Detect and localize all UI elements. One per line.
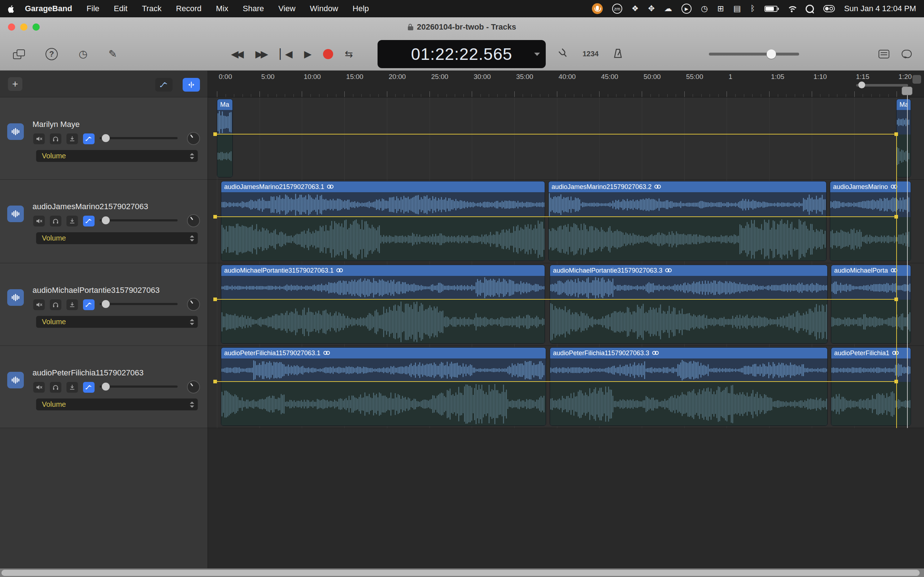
track-volume-slider[interactable] (100, 215, 178, 226)
track-icon[interactable] (7, 372, 24, 388)
automation-node[interactable] (213, 132, 217, 136)
track-lanes[interactable]: MariMaaudioJamesMarino21579027063.1audio… (208, 97, 924, 428)
quick-help-button[interactable]: ? (45, 48, 58, 60)
automation-boundary[interactable] (896, 134, 897, 428)
track-header[interactable]: audioMichaelPortantie31579027063Volume (0, 263, 208, 346)
automation-parameter-select[interactable]: Volume (36, 316, 198, 328)
audio-region[interactable]: audioPeterFilichia11579027063.3 (550, 347, 828, 426)
track-automation-button[interactable] (83, 299, 95, 310)
track-lane[interactable] (208, 97, 924, 180)
region-header[interactable]: audioPeterFilichia11579027063.1 (221, 348, 546, 358)
metronome-icon[interactable] (612, 48, 624, 60)
pan-knob[interactable] (187, 380, 200, 393)
quick-help-chat-icon[interactable] (901, 50, 912, 58)
ruler-corner-button[interactable] (913, 75, 921, 84)
volume-automation-line[interactable] (215, 381, 896, 382)
track-icon[interactable] (7, 206, 24, 222)
solo-button[interactable] (50, 216, 61, 226)
track-automation-button[interactable] (83, 382, 95, 393)
audio-region[interactable]: audioJamesMarino21579027063.2 (548, 181, 827, 261)
master-volume-slider[interactable] (709, 50, 799, 58)
menu-record[interactable]: Record (176, 4, 201, 13)
region-header[interactable]: audioMichaelPortantie31579027063.3 (550, 265, 827, 276)
volume-automation-line[interactable] (215, 299, 896, 300)
playhead[interactable] (907, 87, 908, 428)
launchpad-icon[interactable]: ⊞ (717, 4, 724, 13)
region-header[interactable]: Mari (217, 99, 233, 110)
record-button[interactable] (323, 49, 333, 59)
audio-region[interactable]: audioJamesMarino21579027063.1 (221, 181, 545, 261)
zoom-slider-thumb[interactable] (858, 82, 865, 89)
bluetooth-icon[interactable]: ᛒ (750, 4, 755, 13)
go-to-beginning-button[interactable]: ▏◀ (280, 48, 293, 60)
audio-region[interactable]: audioMichaelPortantie31579027063.1 (221, 265, 545, 344)
edit-button[interactable]: ✎ (108, 48, 116, 60)
volume-automation-line[interactable] (215, 216, 896, 217)
menu-share[interactable]: Share (243, 4, 264, 13)
note-pad-icon[interactable] (879, 50, 889, 58)
dropbox-icon[interactable]: ❖ (632, 4, 639, 13)
track-automation-button[interactable] (83, 134, 95, 144)
recording-mic-icon[interactable] (592, 3, 603, 14)
track-header[interactable]: Marilyn MayeVolume (0, 97, 208, 180)
region-header[interactable]: Ma (897, 99, 911, 110)
automation-node[interactable] (894, 298, 898, 301)
region-header[interactable]: audioPeterFilichia11579027063.3 (550, 348, 827, 358)
audio-region[interactable]: audioPeterFilichia1 (831, 347, 911, 426)
horizontal-scrollbar[interactable] (0, 568, 924, 577)
track-icon[interactable] (7, 123, 24, 140)
tuning-fork-icon[interactable] (558, 48, 569, 60)
menu-file[interactable]: File (87, 4, 99, 13)
mute-button[interactable] (33, 382, 45, 393)
menu-edit[interactable]: Edit (114, 4, 128, 13)
solo-button[interactable] (50, 299, 61, 310)
media-play-icon[interactable]: ▶ (682, 3, 691, 14)
zoom-app-icon[interactable]: zm (612, 3, 622, 14)
track-automation-button[interactable] (83, 216, 95, 226)
lcd-display[interactable]: 01:22:22.565 (378, 40, 546, 68)
rewind-button[interactable]: ◀◀ (231, 48, 244, 60)
playhead-handle[interactable] (901, 87, 913, 95)
horizontal-zoom-slider[interactable] (856, 81, 908, 89)
region-header[interactable]: audioJamesMarino21579027063.2 (549, 181, 826, 192)
volume-automation-line[interactable] (215, 134, 896, 134)
play-button[interactable]: ▶ (304, 48, 312, 60)
cycle-button[interactable]: ⇆ (345, 48, 353, 60)
automation-parameter-select[interactable]: Volume (36, 232, 198, 244)
app-badge-icon[interactable]: ✥ (648, 4, 655, 13)
spotlight-icon[interactable] (806, 5, 814, 13)
apple-menu-icon[interactable] (8, 5, 15, 13)
tempo-button[interactable]: ◷ (79, 48, 87, 60)
volume-slider-thumb[interactable] (767, 49, 776, 59)
wifi-icon[interactable] (787, 5, 796, 12)
track-icon[interactable] (7, 289, 24, 306)
automation-parameter-select[interactable]: Volume (36, 150, 198, 162)
automation-node[interactable] (894, 132, 898, 136)
automation-node[interactable] (213, 215, 217, 219)
region-header[interactable]: audioMichaelPorta (831, 265, 911, 276)
menu-garageband[interactable]: GarageBand (25, 4, 72, 13)
control-center-icon[interactable] (823, 5, 835, 12)
automation-node[interactable] (213, 298, 217, 301)
mute-button[interactable] (33, 216, 45, 226)
solo-button[interactable] (50, 382, 61, 393)
input-monitoring-button[interactable] (66, 134, 78, 144)
solo-button[interactable] (50, 134, 61, 144)
audio-region[interactable]: audioJamesMarino (830, 181, 911, 261)
automation-node[interactable] (894, 380, 898, 384)
region-header[interactable]: audioMichaelPortantie31579027063.1 (221, 265, 544, 276)
track-volume-slider[interactable] (100, 133, 178, 143)
fast-forward-button[interactable]: ▶▶ (255, 48, 268, 60)
pan-knob[interactable] (187, 132, 200, 145)
input-monitoring-button[interactable] (66, 299, 78, 310)
input-monitoring-button[interactable] (66, 382, 78, 393)
audio-region[interactable]: audioPeterFilichia11579027063.1 (221, 347, 546, 426)
track-header[interactable]: audioJamesMarino21579027063Volume (0, 180, 208, 263)
track-header[interactable]: audioPeterFilichia11579027063Volume (0, 346, 208, 428)
menu-mix[interactable]: Mix (216, 4, 228, 13)
menu-clock[interactable]: Sun Jan 4 12:04 PM (844, 4, 916, 13)
region-header[interactable]: audioJamesMarino21579027063.1 (221, 181, 544, 192)
automation-curve-button[interactable] (155, 78, 173, 92)
audio-region[interactable]: Mari (217, 99, 233, 177)
track-volume-slider[interactable] (100, 298, 178, 309)
